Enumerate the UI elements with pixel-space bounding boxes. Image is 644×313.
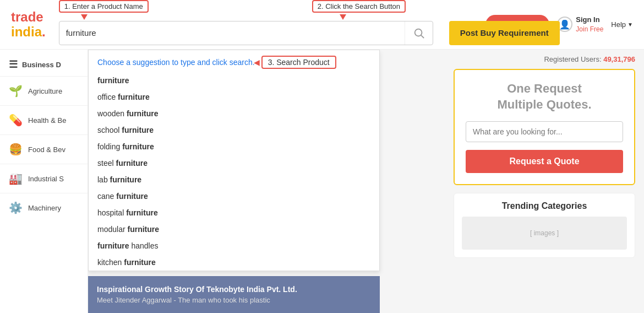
sidebar-item-food[interactable]: 🍔 Food & Bev [0,134,88,164]
annotation-step1: 1. Enter a Product Name [59,0,149,13]
sidebar-item-label: Machinery [28,204,61,212]
banner[interactable]: Inspirational Growth Story Of Teknobyte … [88,276,380,313]
post-buy-button[interactable]: Post Buy Requirement [449,21,560,45]
sidebar-item-label: Food & Bev [28,145,66,154]
logo-trade: trade [11,10,46,24]
search-icon [413,27,425,39]
logo[interactable]: trade india. [11,10,46,39]
dropdown-item-furniture[interactable]: furniture [89,72,379,89]
agriculture-icon: 🌱 [9,84,23,98]
dropdown-item-furniture-handles[interactable]: furniture handles [89,238,379,254]
sign-in-area[interactable]: 👤 Sign In Join Free [557,15,603,34]
sidebar-menu[interactable]: ☰ Business D [0,53,88,76]
dropdown-item-folding-furniture[interactable]: folding furniture [89,138,379,155]
request-quote-button[interactable]: Request a Quote [466,150,623,173]
quote-box: One Request Multiple Quotes. Request a Q… [454,69,635,185]
quote-title: One Request Multiple Quotes. [466,81,623,112]
dropdown-item-steel-furniture[interactable]: steel furniture [89,155,379,171]
join-free-label: Join Free [576,25,603,34]
chevron-down-icon: ▼ [627,21,633,28]
industrial-icon: 🏭 [9,172,23,185]
sidebar-item-agriculture[interactable]: 🌱 Agriculture [0,76,88,105]
right-panel: One Request Multiple Quotes. Request a Q… [454,69,635,258]
sidebar-item-label: Agriculture [28,87,62,95]
banner-subtitle: Meet Jitender Aggarwal - The man who too… [97,296,371,304]
search-input[interactable] [59,28,405,37]
dropdown-item-modular-furniture[interactable]: modular furniture [89,221,379,238]
trending-title: Trending Categories [462,201,627,211]
search-dropdown: Choose a suggestion to type and click se… [88,50,380,271]
banner-title: Inspirational Growth Story Of Teknobyte … [97,285,371,294]
sidebar-item-label: Health & Be [28,116,66,125]
search-button[interactable] [405,21,433,45]
food-icon: 🍔 [9,143,23,156]
sidebar: ☰ Business D 🌱 Agriculture 💊 Health & Be… [0,50,88,313]
help-button[interactable]: Help ▼ [611,20,633,29]
dropdown-item-cane-furniture[interactable]: cane furniture [89,188,379,204]
svg-line-1 [421,35,424,38]
dropdown-item-school-furniture[interactable]: school furniture [89,122,379,138]
health-icon: 💊 [9,114,23,127]
dropdown-item-kitchen-furniture[interactable]: kitchen furniture [89,254,379,271]
sidebar-item-machinery[interactable]: ⚙️ Machinery [0,193,88,222]
dropdown-list: furniture office furniture wooden furnit… [89,72,379,271]
dropdown-item-hospital-furniture[interactable]: hospital furniture [89,204,379,221]
trending-box: Trending Categories [ images ] [454,193,635,258]
sign-in-label: Sign In [576,15,603,25]
annotation-step2: 2. Click the Search Button [312,0,406,13]
machinery-icon: ⚙️ [9,201,23,214]
annotation-step3: 3. Search Product ◀ [261,56,336,69]
dropdown-hint: Choose a suggestion to type and click se… [97,58,255,67]
dropdown-item-lab-furniture[interactable]: lab furniture [89,171,379,188]
sidebar-item-health[interactable]: 💊 Health & Be [0,105,88,134]
dropdown-item-office-furniture[interactable]: office furniture [89,89,379,105]
quote-input[interactable] [466,121,623,142]
logo-india: india. [11,25,46,39]
menu-icon: ☰ [9,58,18,71]
sidebar-item-label: Industrial S [28,175,64,183]
dropdown-item-wooden-furniture[interactable]: wooden furniture [89,105,379,122]
sidebar-item-industrial[interactable]: 🏭 Industrial S [0,164,88,193]
svg-point-0 [414,29,422,36]
